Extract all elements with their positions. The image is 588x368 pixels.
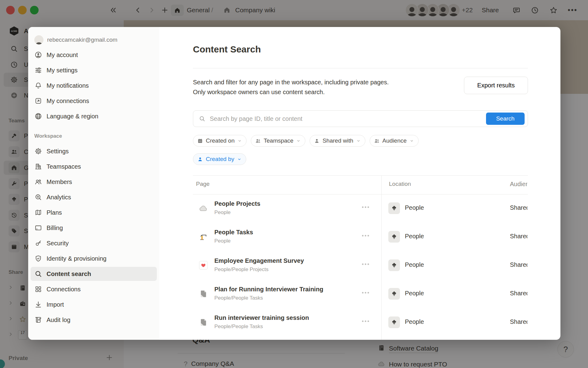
- table-row[interactable]: Plan for Running Interviewer Training Pe…: [193, 280, 528, 308]
- magnifier-icon: [34, 270, 42, 278]
- search-icon: [199, 115, 205, 122]
- divider: [193, 68, 528, 68]
- person-icon: [314, 138, 320, 144]
- chevron-down-icon: [237, 139, 242, 143]
- column-header-audience: Audience: [510, 181, 527, 188]
- row-more-options-icon[interactable]: [362, 235, 369, 236]
- nav-item-my-notifications[interactable]: My notifications: [31, 79, 157, 93]
- audience-value: Shared: [510, 204, 527, 211]
- teamspace-flower-icon: [388, 231, 400, 243]
- user-avatar: [34, 35, 43, 44]
- chart-magnifier-icon: [34, 193, 42, 201]
- content-search-bar: Search: [193, 110, 528, 127]
- nav-item-content-search[interactable]: Content search: [31, 267, 157, 281]
- screen: General / Company wiki +22 Share ••• ACM…: [0, 0, 588, 368]
- people-icon: [374, 138, 380, 144]
- account-email: rebeccamcakir@gmail.com: [47, 36, 117, 43]
- crane-icon: [198, 232, 208, 242]
- person-icon: [197, 156, 203, 162]
- settings-modal: rebeccamcakir@gmail.com My account My se…: [28, 27, 560, 340]
- account-row: rebeccamcakir@gmail.com: [34, 34, 117, 46]
- page-icon: [198, 289, 208, 299]
- nav-item-settings[interactable]: Settings: [31, 144, 157, 158]
- nav-item-connections[interactable]: Connections: [31, 282, 157, 296]
- export-results-button[interactable]: Export results: [464, 77, 528, 94]
- calendar-icon: [197, 138, 203, 144]
- teamspace-flower-icon: [388, 288, 400, 300]
- key-icon: [34, 239, 42, 247]
- search-button[interactable]: Search: [486, 113, 525, 125]
- nav-item-my-connections[interactable]: My connections: [31, 94, 157, 108]
- grid-icon: [34, 285, 42, 293]
- teamspace-flower-icon: [388, 259, 400, 271]
- people-icon: [255, 138, 261, 144]
- shield-check-icon: [34, 255, 42, 263]
- results-table: Page Location Audience People Projects P…: [193, 175, 528, 340]
- workspace-section-label: Workspace: [34, 133, 159, 139]
- row-more-options-icon[interactable]: [362, 292, 369, 293]
- filter-audience[interactable]: Audience: [370, 135, 419, 147]
- filter-teamspace[interactable]: Teamspace: [251, 135, 305, 147]
- nav-item-language-region[interactable]: Language & region: [31, 109, 157, 123]
- cloud-icon: [198, 203, 208, 213]
- page-icon: [198, 317, 208, 327]
- nav-item-identity-provisioning[interactable]: Identity & provisioning: [31, 251, 157, 266]
- teamspace-flower-icon: [388, 316, 400, 328]
- nav-item-security[interactable]: Security: [31, 236, 157, 250]
- content-search-panel: Content Search Search and filter for any…: [193, 27, 528, 340]
- filter-shared-with[interactable]: Shared with: [310, 135, 365, 147]
- nav-item-plans[interactable]: Plans: [31, 205, 157, 220]
- bell-icon: [34, 82, 42, 90]
- nav-item-billing[interactable]: Billing: [31, 221, 157, 235]
- chevron-down-icon: [409, 139, 414, 143]
- audience-value: Shared: [510, 318, 527, 325]
- row-more-options-icon[interactable]: [362, 320, 369, 322]
- audience-value: Shared: [510, 233, 527, 240]
- audience-value: Shared: [510, 290, 527, 297]
- nav-item-members[interactable]: Members: [31, 175, 157, 189]
- table-row[interactable]: People Projects People People Shared: [193, 194, 528, 223]
- scroll-icon: [34, 316, 42, 324]
- nav-item-import[interactable]: Import: [31, 297, 157, 312]
- audience-value: Shared: [510, 261, 527, 268]
- chevron-down-icon: [237, 157, 242, 162]
- map-icon: [34, 209, 42, 217]
- table-row[interactable]: Employee Engagement Survey People/People…: [193, 251, 528, 280]
- table-row[interactable]: Run interviewer training session People/…: [193, 308, 528, 337]
- filter-created-on[interactable]: Created on: [193, 135, 247, 147]
- search-input[interactable]: [209, 115, 528, 123]
- teamspace-flower-icon: [388, 202, 400, 214]
- page-description: Search and filter for any page in the wo…: [193, 77, 456, 97]
- filter-created-by[interactable]: Created by: [193, 153, 246, 165]
- table-row[interactable]: People Tasks People People Shared: [193, 223, 528, 251]
- row-more-options-icon[interactable]: [362, 263, 369, 265]
- settings-nav: rebeccamcakir@gmail.com My account My se…: [28, 27, 159, 340]
- person-circle-icon: [34, 51, 42, 59]
- column-header-location: Location: [389, 181, 411, 187]
- chevron-down-icon: [296, 139, 301, 143]
- people-icon: [34, 178, 42, 186]
- globe-icon: [34, 112, 42, 120]
- sliders-icon: [34, 66, 42, 74]
- heart-icon: [198, 260, 208, 270]
- download-icon: [34, 301, 42, 309]
- gear-icon: [34, 147, 42, 155]
- nav-item-teamspaces[interactable]: Teamspaces: [31, 159, 157, 174]
- arrow-up-right-box-icon: [34, 97, 42, 105]
- nav-item-my-settings[interactable]: My settings: [31, 63, 157, 77]
- credit-card-icon: [34, 224, 42, 232]
- row-more-options-icon[interactable]: [362, 206, 369, 208]
- building-icon: [34, 163, 42, 171]
- nav-item-analytics[interactable]: Analytics: [31, 190, 157, 204]
- column-header-page: Page: [196, 181, 209, 187]
- page-title: Content Search: [193, 44, 261, 55]
- chevron-down-icon: [356, 139, 361, 143]
- nav-item-my-account[interactable]: My account: [31, 48, 157, 62]
- nav-item-audit-log[interactable]: Audit log: [31, 313, 157, 327]
